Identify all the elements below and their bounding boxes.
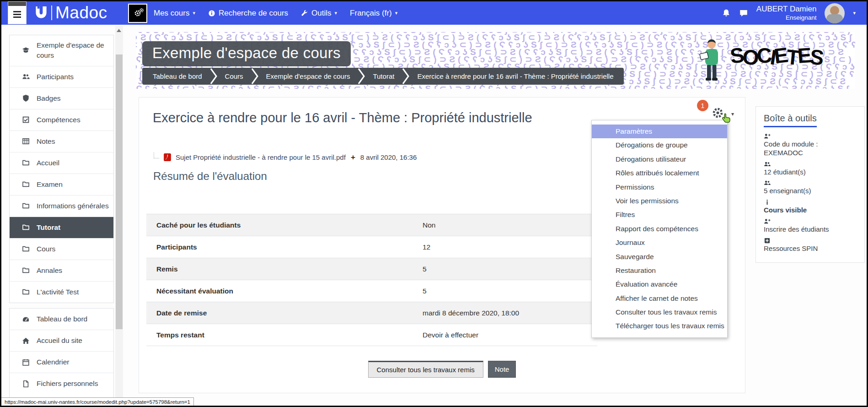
sidebar-item-label: Accueil [37, 153, 59, 173]
sidebar-item-label: Fichiers personnels [37, 374, 98, 394]
user-avatar[interactable] [825, 3, 845, 23]
settings-gear-button[interactable] [712, 107, 724, 121]
toolbox-item-cours-visible: Cours visible [764, 199, 857, 215]
check-icon [22, 116, 30, 124]
nav-item-label: Outils [311, 9, 331, 18]
attachment-link[interactable]: Sujet Propriété industrielle - à rendre … [176, 153, 346, 161]
info-icon [208, 10, 215, 17]
toolbox-item-inscrire-des-etudiants[interactable]: Inscrire des étudiants [764, 218, 857, 234]
context-menu-item-filtres[interactable]: Filtres [592, 208, 727, 222]
context-menu-item-permissions[interactable]: Permissions [592, 180, 727, 194]
nav-item-recherche-de-cours[interactable]: Recherche de cours [208, 9, 288, 18]
chevron-down-icon[interactable]: ▾ [853, 10, 856, 16]
row-value: Devoir à effectuer [423, 331, 597, 339]
nav-item-outils[interactable]: Outils▾ [301, 9, 337, 18]
sidebar-item-label: Compétences [37, 110, 80, 130]
sidebar-scrollbar[interactable] [115, 26, 123, 406]
context-menu-item-parametres[interactable]: Paramètres [592, 125, 727, 138]
toolbox-item-12-etudiants: 12 étudiant(s) [764, 161, 857, 177]
sidebar-item-lactivite-test[interactable]: L'activité Test [10, 281, 113, 303]
person-illustration [697, 38, 724, 83]
notifications-bell-icon[interactable] [722, 9, 731, 18]
context-menu-item-restauration[interactable]: Restauration [592, 264, 727, 277]
course-title-box: Exemple d'espace de cours [142, 41, 351, 66]
consulter-tous-les-travaux-remis-button[interactable]: Consulter tous les travaux remis [368, 361, 483, 378]
breadcrumb-item-exemple-despace-de-cours[interactable]: Exemple d'espace de cours [259, 72, 357, 80]
folder-icon [22, 288, 30, 296]
gear-icon [712, 107, 724, 119]
sidebar-item-examen[interactable]: Examen [10, 174, 113, 195]
user-role: Enseignant [756, 14, 817, 22]
attachment-row: Sujet Propriété industrielle - à rendre … [154, 152, 417, 162]
scrollbar-thumb[interactable] [116, 54, 123, 329]
societes-logo: SOCIETES [731, 44, 823, 69]
sidebar-item-tutorat[interactable]: Tutorat [10, 217, 113, 238]
context-menu-item-consulter-tous-les-travaux-remis[interactable]: Consulter tous les travaux remis [592, 305, 727, 319]
sidebar-item-tableau-de-bord[interactable]: Tableau de bord [10, 309, 113, 330]
context-menu-item-derogations-de-groupe[interactable]: Dérogations de groupe [592, 138, 727, 152]
context-menu-item-afficher-le-carnet-de-notes[interactable]: Afficher le carnet de notes [592, 292, 727, 305]
row-value: 12 [423, 243, 597, 251]
sidebar-item-annales[interactable]: Annales [10, 260, 113, 281]
context-menu-item-journaux[interactable]: Journaux [592, 236, 727, 250]
breadcrumb-item-exercice-a-rendre-pour-le-16-a[interactable]: Exercice à rendre pour le 16 avril - Thè… [410, 72, 620, 80]
scroll-up-arrow[interactable] [117, 29, 121, 32]
chevron-down-icon[interactable]: ▾ [731, 111, 734, 117]
context-menu-item-sauvegarde[interactable]: Sauvegarde [592, 250, 727, 264]
gears-icon [139, 8, 144, 13]
madoc-window: Madoc Mes cours▾Recherche de coursOutils… [0, 0, 868, 407]
brand-name: Madoc [55, 3, 107, 22]
sidebar-item-fichiers-personnels[interactable]: Fichiers personnels [10, 373, 113, 394]
hamburger-icon [13, 14, 21, 15]
sidebar-item-label: Notes [37, 131, 55, 152]
table-row-cache-pour-les-etudiants: Caché pour les étudiantsNon [146, 214, 597, 236]
sidebar-item-accueil[interactable]: Accueil [10, 152, 113, 174]
breadcrumb-item-cours[interactable]: Cours [218, 72, 250, 80]
nav-item-mes-cours[interactable]: Mes cours▾ [154, 9, 195, 18]
nav-item-francais-fr[interactable]: Français (fr)▾ [350, 9, 397, 18]
dashboard-icon [22, 315, 30, 323]
sidebar-item-label: Tutorat [37, 217, 60, 238]
sidebar-item-label: Calendrier [37, 352, 70, 372]
row-label: Participants [146, 243, 423, 251]
sidebar-item-participants[interactable]: Participants [10, 66, 113, 87]
i-letter-icon [764, 199, 771, 206]
sidebar-item-badges[interactable]: Badges [10, 87, 113, 109]
note-button[interactable]: Note [488, 361, 516, 378]
table-row-temps-restant: Temps restantDevoir à effectuer [146, 324, 597, 346]
folder-icon [22, 266, 30, 274]
wrench-icon [301, 10, 308, 17]
breadcrumb-item-tutorat[interactable]: Tutorat [366, 72, 401, 80]
context-menu-item-roles-attribues-localement[interactable]: Rôles attribués localement [592, 166, 727, 180]
sidebar-item-exemple-despace-de-cours[interactable]: Exemple d'espace de cours [10, 35, 113, 66]
context-menu-item-telecharger-tous-les-travaux-remis[interactable]: Télécharger tous les travaux remis [592, 319, 727, 333]
context-menu-item-rapport-des-competences[interactable]: Rapport des compétences [592, 222, 727, 236]
sidebar-item-calendrier[interactable]: Calendrier [10, 351, 113, 373]
messages-chat-icon[interactable] [739, 9, 748, 18]
sidebar-item-label: Badges [37, 88, 61, 109]
user-menu[interactable]: AUBERT Damien Enseignant [756, 4, 817, 22]
context-menu-item-evaluation-avancee[interactable]: Évaluation avancée [592, 277, 727, 291]
sidebar-toggle-button[interactable] [8, 1, 27, 24]
row-value: mardi 8 décembre 2020, 18:00 [423, 309, 597, 317]
madoc-logo[interactable]: Madoc [34, 3, 107, 22]
breadcrumb-chevron-icon [357, 68, 366, 85]
calendar-icon [22, 358, 30, 366]
navbar-right: AUBERT Damien Enseignant ▾ [722, 1, 856, 25]
sidebar-item-informations-generales[interactable]: Informations générales [10, 195, 113, 217]
user-name: AUBERT Damien [756, 4, 817, 14]
context-menu-item-voir-les-permissions[interactable]: Voir les permissions [592, 194, 727, 208]
sidebar-item-competences[interactable]: Compétences [10, 109, 113, 130]
course-admin-gear-shortcut[interactable] [128, 4, 147, 23]
sidebar-item-notes[interactable]: Notes [10, 130, 113, 152]
breadcrumb-item-tableau-de-bord[interactable]: Tableau de bord [146, 72, 209, 80]
sidebar-item-cours[interactable]: Cours [10, 238, 113, 260]
folder-icon [22, 245, 30, 253]
hamburger-icon [13, 11, 21, 12]
toolbox-item-ressources-spin[interactable]: Ressources SPIN [764, 237, 857, 253]
nav-item-label: Mes cours [154, 9, 189, 18]
sidebar-item-accueil-du-site[interactable]: Accueil du site [10, 330, 113, 351]
grading-summary-table: Caché pour les étudiantsNonParticipants1… [146, 214, 597, 346]
context-menu-item-derogations-utilisateur[interactable]: Dérogations utilisateur [592, 152, 727, 166]
toolbox-item-5-enseignants: 5 enseignant(s) [764, 179, 857, 195]
